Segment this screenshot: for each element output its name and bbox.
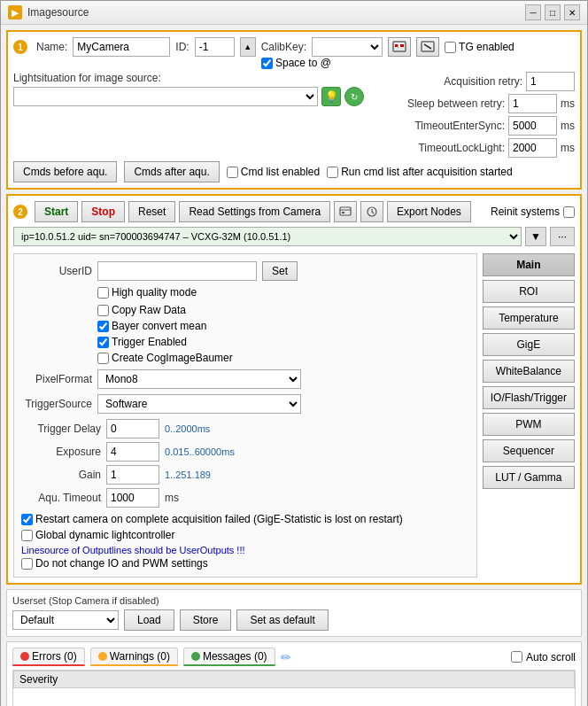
- reinit-checkbox[interactable]: [563, 206, 575, 218]
- temperature-button[interactable]: Temperature: [483, 306, 575, 330]
- toolbar-icon-btn2[interactable]: [360, 201, 383, 222]
- id-label: ID:: [175, 41, 189, 53]
- window-title: Imagesource: [27, 6, 525, 19]
- camera-dots-btn[interactable]: ···: [550, 227, 575, 246]
- section-2-panel: 2 Start Stop Reset Read Settings from Ca…: [6, 194, 582, 585]
- tg-enabled-checkbox[interactable]: [445, 42, 456, 53]
- gain-range: 1..251.189: [165, 469, 211, 480]
- load-button[interactable]: Load: [124, 609, 174, 631]
- userset-row: Default Load Store Set as default: [12, 609, 576, 631]
- cmds-after-button[interactable]: Cmds after aqu.: [124, 161, 219, 182]
- reset-button[interactable]: Reset: [128, 201, 175, 222]
- pencil-icon[interactable]: ✏: [281, 650, 291, 664]
- app-icon: ▶: [8, 5, 22, 19]
- errors-label: Errors (0): [32, 650, 77, 663]
- space-to-row: Space to @: [261, 57, 575, 69]
- set-default-button[interactable]: Set as default: [236, 609, 328, 631]
- create-cog-label[interactable]: Create CogImageBaumer: [97, 352, 233, 364]
- auto-scroll-label[interactable]: Auto scroll: [511, 651, 576, 663]
- calibkey-icon-btn2[interactable]: [416, 37, 439, 57]
- errors-tab[interactable]: Errors (0): [12, 648, 85, 666]
- restart-cam-checkbox[interactable]: [21, 514, 33, 525]
- start-button[interactable]: Start: [35, 201, 78, 222]
- space-to-checkbox[interactable]: [261, 58, 273, 69]
- lightsit-icon-btn[interactable]: 💡: [321, 87, 341, 106]
- restart-cam-label[interactable]: Restart camera on complete acquisition f…: [21, 513, 469, 525]
- section-1-panel: 1 Name: ID: ▲ CalibKey: TG enabled: [6, 30, 582, 190]
- name-input[interactable]: [73, 37, 170, 57]
- gain-input[interactable]: [106, 465, 159, 485]
- global-dynamic-text: Global dynamic lightcontroller: [35, 529, 174, 541]
- read-settings-button[interactable]: Read Settings from Camera: [179, 201, 330, 222]
- timeout-sync-label: TimeoutEnterSync:: [414, 120, 505, 132]
- bayer-checkbox[interactable]: [97, 321, 109, 332]
- timeout-sync-row: TimeoutEnterSync: ms: [371, 116, 575, 136]
- messages-tab[interactable]: Messages (0): [183, 648, 275, 666]
- calibkey-select[interactable]: [312, 37, 383, 57]
- toolbar-icon-btn1[interactable]: [334, 201, 357, 222]
- roi-button[interactable]: ROI: [483, 280, 575, 303]
- timeout-sync-input[interactable]: [508, 116, 557, 136]
- do-not-change-label[interactable]: Do not change IO and PWM settings: [21, 557, 469, 570]
- pixelformat-select[interactable]: Mono8: [97, 369, 301, 389]
- trigger-delay-range: 0..2000ms: [165, 423, 210, 434]
- lightsit-green-btn[interactable]: ↻: [344, 87, 364, 106]
- sleep-retry-input[interactable]: [508, 94, 557, 113]
- camera-expand-btn[interactable]: ▼: [525, 227, 546, 246]
- timeout-lock-input[interactable]: [508, 138, 557, 158]
- do-not-change-checkbox[interactable]: [21, 558, 33, 570]
- bottom-checks: Restart camera on complete acquisition f…: [21, 513, 469, 570]
- acq-retry-input[interactable]: [526, 72, 575, 91]
- lightsit-select[interactable]: [13, 87, 318, 106]
- userid-input[interactable]: [97, 261, 257, 281]
- global-dynamic-checkbox[interactable]: [21, 530, 33, 541]
- cmds-before-button[interactable]: Cmds before aqu.: [13, 161, 117, 182]
- bayer-label[interactable]: Bayer convert mean: [97, 320, 233, 332]
- userset-select[interactable]: Default: [12, 610, 119, 630]
- cmd-list-text: Cmd list enabled: [241, 166, 320, 178]
- checks-row: Copy Raw Data Bayer convert mean Trigger…: [97, 304, 469, 364]
- run-cmd-label[interactable]: Run cmd list after acquisition started: [327, 166, 512, 178]
- userid-set-button[interactable]: Set: [262, 261, 298, 281]
- exposure-input[interactable]: [106, 442, 159, 462]
- sequencer-button[interactable]: Sequencer: [483, 439, 575, 462]
- maximize-button[interactable]: □: [545, 4, 561, 20]
- auto-scroll-checkbox[interactable]: [511, 651, 522, 663]
- trigger-enabled-label[interactable]: Trigger Enabled: [97, 336, 233, 348]
- id-spin-up[interactable]: ▲: [240, 37, 256, 57]
- id-input[interactable]: [195, 37, 235, 57]
- copy-raw-label[interactable]: Copy Raw Data: [97, 304, 233, 316]
- main-button[interactable]: Main: [483, 253, 575, 276]
- cmd-list-checkbox[interactable]: [227, 167, 238, 178]
- copy-raw-checkbox[interactable]: [97, 305, 109, 316]
- global-dynamic-label[interactable]: Global dynamic lightcontroller: [21, 529, 469, 541]
- checks-left: Copy Raw Data Bayer convert mean Trigger…: [97, 304, 233, 364]
- lut-gamma-button[interactable]: LUT / Gamma: [483, 466, 575, 489]
- camera-select[interactable]: ip=10.0.51.2 uid= sn=700003694747 – VCXG…: [13, 227, 522, 246]
- export-nodes-button[interactable]: Export Nodes: [387, 201, 471, 222]
- io-flash-trigger-button[interactable]: IO/Flash/Trigger: [483, 386, 575, 409]
- cmd-list-label[interactable]: Cmd list enabled: [227, 166, 320, 178]
- trigger-delay-input[interactable]: [106, 419, 159, 438]
- trigger-enabled-checkbox[interactable]: [97, 337, 109, 348]
- high-quality-checkbox[interactable]: [97, 287, 109, 299]
- calibkey-icon-btn1[interactable]: [388, 37, 411, 57]
- whitebalance-button[interactable]: WhiteBalance: [483, 360, 575, 383]
- tg-enabled-checkbox-label[interactable]: TG enabled: [445, 41, 514, 53]
- svg-line-5: [424, 44, 431, 49]
- space-to-checkbox-label[interactable]: Space to @: [261, 57, 331, 69]
- pwm-button[interactable]: PWM: [483, 413, 575, 436]
- create-cog-checkbox[interactable]: [97, 353, 109, 364]
- warnings-tab[interactable]: Warnings (0): [90, 648, 178, 666]
- timeout-lock-row: TimeoutLockLight: ms: [371, 138, 575, 158]
- aqu-timeout-input[interactable]: [106, 488, 159, 508]
- minimize-button[interactable]: ─: [525, 4, 541, 20]
- store-button[interactable]: Store: [180, 609, 232, 631]
- triggersource-select[interactable]: Software: [97, 394, 301, 414]
- camera-select-row: ip=10.0.51.2 uid= sn=700003694747 – VCXG…: [13, 227, 575, 246]
- gige-button[interactable]: GigE: [483, 333, 575, 356]
- close-button[interactable]: ✕: [564, 4, 580, 20]
- high-quality-label[interactable]: High quality mode: [97, 286, 197, 299]
- run-cmd-checkbox[interactable]: [327, 167, 338, 178]
- stop-button[interactable]: Stop: [81, 201, 125, 222]
